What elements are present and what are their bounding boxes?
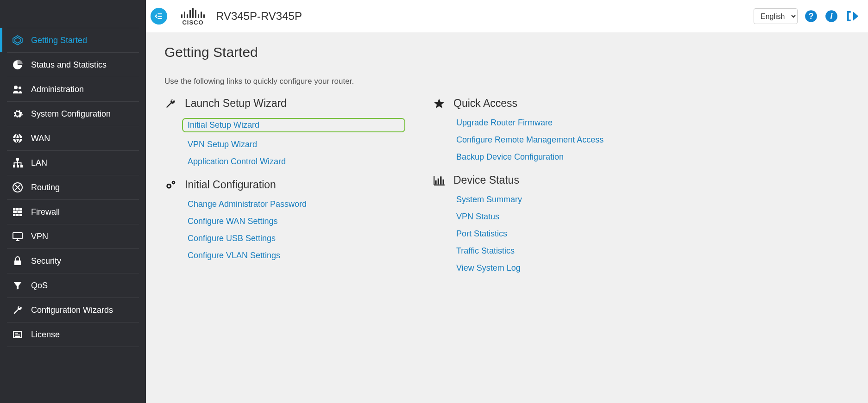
svg-rect-8 bbox=[20, 165, 23, 167]
monitor-icon bbox=[12, 230, 24, 242]
svg-rect-7 bbox=[17, 165, 19, 167]
wrench-icon bbox=[164, 98, 176, 110]
routing-icon bbox=[12, 181, 24, 193]
sidebar-item-label: System Configuration bbox=[31, 109, 111, 119]
svg-marker-31 bbox=[854, 13, 857, 19]
sidebar-item-security[interactable]: Security bbox=[7, 249, 139, 273]
sidebar-item-label: License bbox=[31, 330, 60, 340]
main-area: CISCO RV345P-RV345P English ? i Getting … bbox=[146, 0, 868, 403]
svg-rect-39 bbox=[440, 176, 441, 184]
sidebar-item-label: QoS bbox=[31, 281, 48, 291]
sidebar-item-label: WAN bbox=[31, 134, 50, 143]
sidebar-item-label: VPN bbox=[31, 232, 48, 242]
svg-rect-11 bbox=[13, 211, 22, 213]
link-configure-wan[interactable]: Configure WAN Settings bbox=[188, 217, 405, 226]
sidebar-item-label: Firewall bbox=[31, 207, 60, 217]
svg-point-2 bbox=[14, 86, 18, 89]
globe-icon bbox=[12, 132, 24, 144]
page-description: Use the following links to quickly confi… bbox=[164, 77, 849, 86]
svg-rect-12 bbox=[13, 214, 22, 216]
sidebar-item-label: Security bbox=[31, 256, 61, 266]
sidebar-item-label: Administration bbox=[31, 85, 84, 94]
link-port-statistics[interactable]: Port Statistics bbox=[456, 229, 674, 239]
star-icon bbox=[433, 98, 445, 110]
svg-rect-19 bbox=[14, 260, 21, 265]
svg-point-35 bbox=[173, 182, 174, 183]
sidebar-item-label: Getting Started bbox=[31, 36, 87, 45]
link-traffic-statistics[interactable]: Traffic Statistics bbox=[456, 246, 674, 256]
link-backup-config[interactable]: Backup Device Configuration bbox=[456, 152, 674, 162]
polygon-icon bbox=[12, 34, 24, 46]
svg-rect-10 bbox=[13, 208, 22, 211]
link-remote-management[interactable]: Configure Remote Management Access bbox=[456, 135, 674, 145]
link-vpn-status[interactable]: VPN Status bbox=[456, 212, 674, 222]
brand-text: CISCO bbox=[182, 19, 203, 26]
svg-rect-40 bbox=[443, 179, 444, 184]
link-view-system-log[interactable]: View System Log bbox=[456, 263, 674, 273]
sidebar-item-administration[interactable]: Administration bbox=[7, 77, 139, 102]
link-app-control-wizard[interactable]: Application Control Wizard bbox=[188, 157, 405, 167]
svg-point-3 bbox=[19, 87, 21, 89]
network-icon bbox=[12, 157, 24, 169]
svg-marker-36 bbox=[434, 99, 444, 108]
logout-icon[interactable] bbox=[845, 9, 859, 23]
sidebar-item-label: LAN bbox=[31, 158, 47, 168]
section-title: Device Status bbox=[453, 174, 519, 186]
help-icon[interactable]: ? bbox=[804, 9, 818, 23]
svg-rect-5 bbox=[16, 158, 19, 161]
section-title: Quick Access bbox=[453, 97, 517, 110]
sidebar-item-vpn[interactable]: VPN bbox=[7, 224, 139, 249]
svg-point-33 bbox=[168, 185, 170, 187]
sidebar-item-config-wizards[interactable]: Configuration Wizards bbox=[7, 298, 139, 322]
wrench-icon bbox=[12, 304, 24, 316]
sidebar-item-label: Status and Statistics bbox=[31, 60, 107, 70]
sidebar-item-firewall[interactable]: Firewall bbox=[7, 200, 139, 224]
link-vpn-setup-wizard[interactable]: VPN Setup Wizard bbox=[188, 140, 405, 149]
sidebar-item-wan[interactable]: WAN bbox=[7, 126, 139, 151]
users-icon bbox=[12, 83, 24, 95]
sidebar-item-status[interactable]: Status and Statistics bbox=[7, 53, 139, 77]
sidebar-item-label: Routing bbox=[31, 183, 60, 192]
svg-marker-1 bbox=[15, 37, 20, 43]
sidebar-item-system-config[interactable]: System Configuration bbox=[7, 102, 139, 126]
page-title: Getting Started bbox=[164, 32, 849, 70]
link-system-summary[interactable]: System Summary bbox=[456, 195, 674, 205]
license-icon bbox=[12, 329, 24, 341]
link-upgrade-firmware[interactable]: Upgrade Router Firmware bbox=[456, 118, 674, 128]
gears-icon bbox=[164, 179, 176, 191]
filter-icon bbox=[12, 279, 24, 291]
section-launch-setup: Launch Setup Wizard Initial Setup Wizard… bbox=[164, 97, 405, 167]
collapse-sidebar-button[interactable] bbox=[151, 8, 167, 25]
section-title: Initial Configuration bbox=[185, 179, 276, 191]
lock-icon bbox=[12, 255, 24, 267]
bar-chart-icon bbox=[433, 174, 445, 186]
section-initial-config: Initial Configuration Change Administrat… bbox=[164, 179, 405, 260]
sidebar-item-label: Configuration Wizards bbox=[31, 305, 113, 315]
sidebar-item-routing[interactable]: Routing bbox=[7, 175, 139, 200]
svg-marker-0 bbox=[13, 36, 22, 45]
link-change-admin-password[interactable]: Change Administrator Password bbox=[188, 199, 405, 209]
content: Getting Started Use the following links … bbox=[146, 32, 868, 403]
device-name: RV345P-RV345P bbox=[216, 10, 302, 23]
gear-icon bbox=[12, 108, 24, 120]
sidebar-item-lan[interactable]: LAN bbox=[7, 151, 139, 175]
link-configure-vlan[interactable]: Configure VLAN Settings bbox=[188, 251, 405, 260]
section-title: Launch Setup Wizard bbox=[185, 97, 287, 110]
svg-rect-37 bbox=[435, 180, 436, 185]
sidebar-item-getting-started[interactable]: Getting Started bbox=[7, 28, 139, 53]
language-select[interactable]: English bbox=[754, 8, 798, 24]
cisco-logo: CISCO bbox=[181, 7, 205, 26]
sidebar-item-license[interactable]: License bbox=[7, 322, 139, 347]
sidebar-item-qos[interactable]: QoS bbox=[7, 273, 139, 298]
link-initial-setup-wizard[interactable]: Initial Setup Wizard bbox=[182, 118, 405, 132]
section-device-status: Device Status System Summary VPN Status … bbox=[433, 174, 674, 273]
cisco-bars-icon bbox=[181, 7, 205, 18]
svg-rect-38 bbox=[438, 178, 439, 184]
section-quick-access: Quick Access Upgrade Router Firmware Con… bbox=[433, 97, 674, 162]
info-icon[interactable]: i bbox=[824, 9, 838, 23]
top-bar: CISCO RV345P-RV345P English ? i bbox=[146, 0, 868, 32]
link-configure-usb[interactable]: Configure USB Settings bbox=[188, 234, 405, 243]
svg-text:?: ? bbox=[809, 12, 814, 21]
sidebar: Getting Started Status and Statistics Ad… bbox=[0, 0, 146, 403]
pie-chart-icon bbox=[12, 59, 24, 71]
